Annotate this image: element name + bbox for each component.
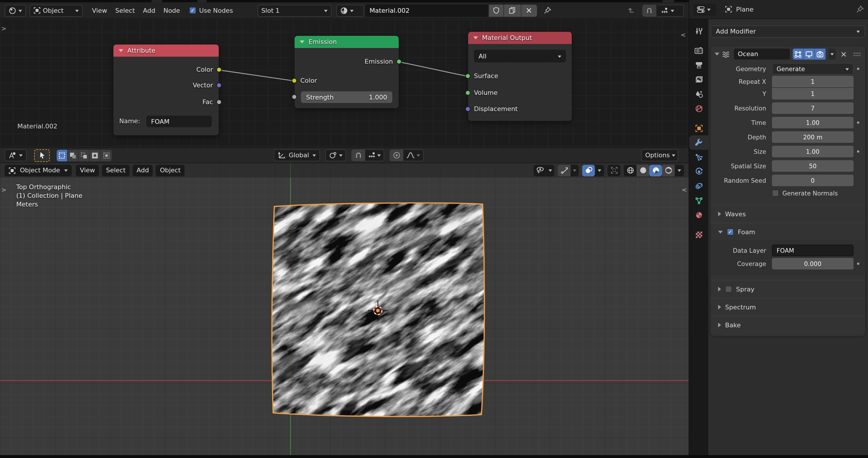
tab-object-data[interactable] — [689, 193, 708, 207]
animate-dot[interactable] — [857, 150, 859, 153]
data-layer-field[interactable]: FOAM — [772, 244, 854, 256]
animate-dot[interactable] — [857, 263, 859, 265]
unlink-material-button[interactable] — [521, 4, 537, 17]
size-field[interactable]: 1.00 — [772, 146, 854, 157]
xray-toggle[interactable] — [608, 165, 620, 176]
snap-toggle-button[interactable] — [642, 4, 656, 17]
tab-modifiers[interactable] — [689, 135, 708, 150]
tab-view-layer[interactable] — [689, 72, 708, 87]
region-collapse-right-icon[interactable]: < — [682, 186, 687, 194]
socket-volume-in[interactable] — [465, 90, 470, 95]
snap-with-dropdown[interactable] — [365, 150, 384, 161]
region-expand-left-icon[interactable]: > — [1, 186, 6, 194]
transform-orientation-dropdown[interactable]: Global — [274, 149, 320, 161]
visibility-dropdown[interactable] — [533, 165, 554, 176]
section-spectrum[interactable]: Spectrum — [711, 301, 865, 314]
ocean-modifier-header[interactable]: Ocean — [711, 46, 865, 62]
geometry-dropdown[interactable]: Generate — [772, 63, 854, 75]
shader-node-canvas[interactable]: Attribute Color Vector Fac Name: FOAM Em… — [0, 19, 689, 148]
region-collapse-right-icon[interactable]: < — [681, 31, 686, 39]
shading-material-button[interactable] — [649, 165, 662, 176]
tab-scene[interactable] — [689, 87, 708, 101]
overlays-dropdown[interactable] — [582, 165, 604, 176]
vp-menu-select[interactable]: Select — [102, 165, 130, 176]
output-target-dropdown[interactable]: All — [474, 50, 566, 62]
pin-icon[interactable] — [543, 6, 551, 14]
menu-node[interactable]: Node — [160, 5, 183, 15]
attribute-node-header[interactable]: Attribute — [114, 44, 219, 57]
collapse-icon[interactable] — [473, 36, 478, 39]
tweak-tool-button[interactable] — [34, 149, 50, 162]
socket-surface-in[interactable] — [465, 73, 470, 79]
socket-emission-out[interactable] — [396, 59, 402, 64]
spray-checkbox[interactable] — [725, 286, 732, 293]
shader-type-dropdown[interactable]: Object — [30, 4, 83, 17]
socket-color-out[interactable] — [216, 67, 222, 72]
use-nodes-toggle[interactable]: Use Nodes — [189, 7, 233, 14]
select-mode-new-button[interactable] — [57, 150, 68, 161]
material-output-node[interactable]: Material Output All Surface Volume Displ… — [468, 32, 572, 121]
strength-slider[interactable]: Strength 1.000 — [301, 91, 392, 103]
menu-select[interactable]: Select — [112, 5, 138, 15]
socket-vector-out[interactable] — [216, 83, 222, 88]
expand-icon[interactable] — [715, 53, 719, 56]
repeat-x-field[interactable]: 1 — [772, 76, 854, 87]
viewport-3d[interactable]: Object Mode View Select Add Object — [0, 163, 689, 455]
tab-constraints[interactable] — [689, 179, 708, 193]
depth-field[interactable]: 200 m — [772, 131, 854, 143]
display-realtime-toggle[interactable] — [804, 48, 815, 60]
select-mode-extend-button[interactable] — [68, 150, 79, 161]
pivot-point-dropdown[interactable] — [325, 149, 346, 161]
socket-strength-in[interactable] — [292, 94, 297, 99]
new-material-button[interactable] — [503, 4, 521, 17]
options-dropdown[interactable]: Options — [641, 149, 678, 161]
menu-add[interactable]: Add — [140, 5, 159, 15]
collapse-icon[interactable] — [300, 40, 304, 43]
properties-editor-dropdown[interactable] — [693, 3, 716, 15]
socket-color-in[interactable] — [292, 78, 297, 83]
add-modifier-dropdown[interactable]: Add Modifier — [711, 26, 865, 38]
falloff-dropdown[interactable] — [403, 150, 423, 161]
drag-handle-icon[interactable] — [853, 52, 861, 56]
snap-toggle[interactable] — [352, 150, 365, 161]
shading-solid-button[interactable] — [637, 165, 649, 176]
section-waves[interactable]: Waves — [711, 207, 865, 220]
tab-physics[interactable] — [689, 164, 708, 179]
animate-dot[interactable] — [857, 122, 859, 124]
section-spray[interactable]: Spray — [711, 283, 865, 295]
tab-material[interactable] — [689, 207, 708, 222]
socket-fac-out[interactable] — [216, 99, 222, 105]
use-nodes-checkbox[interactable] — [189, 7, 196, 14]
shading-rendered-button[interactable] — [662, 165, 675, 176]
section-foam[interactable]: Foam — [711, 226, 865, 238]
material-name-field[interactable]: Material.002 — [365, 4, 488, 17]
time-field[interactable]: 1.00 — [772, 117, 854, 128]
modifier-extras-dropdown[interactable] — [829, 48, 836, 60]
generate-normals-checkbox[interactable] — [772, 190, 779, 197]
region-expand-left-icon[interactable]: > — [1, 25, 6, 32]
select-mode-intersect-button[interactable] — [101, 150, 112, 161]
spatial-size-field[interactable]: 50 — [772, 160, 854, 172]
tab-world[interactable] — [689, 101, 708, 116]
material-slot-dropdown[interactable]: Slot 1 — [257, 4, 331, 17]
vp-menu-object[interactable]: Object — [156, 165, 185, 176]
attribute-node[interactable]: Attribute Color Vector Fac Name: FOAM — [114, 44, 219, 135]
display-editmode-toggle[interactable] — [793, 48, 804, 60]
tab-output[interactable] — [689, 58, 708, 72]
coverage-field[interactable]: 0.000 — [772, 258, 854, 269]
editor-type-dropdown[interactable] — [5, 4, 26, 17]
section-bake[interactable]: Bake — [711, 319, 865, 331]
tab-tool[interactable] — [689, 24, 708, 38]
display-render-toggle[interactable] — [815, 48, 826, 60]
animate-dot[interactable] — [857, 68, 859, 70]
snap-target-dropdown[interactable] — [657, 4, 684, 17]
select-mode-subtract-button[interactable] — [79, 150, 90, 161]
foam-checkbox[interactable] — [727, 228, 734, 235]
emission-node[interactable]: Emission Emission Color Strength 1.000 — [294, 36, 399, 108]
fake-user-button[interactable] — [488, 4, 503, 17]
pin-icon[interactable] — [856, 5, 864, 13]
collapse-icon[interactable] — [119, 49, 123, 52]
attribute-name-field[interactable]: FOAM — [146, 116, 212, 127]
material-output-node-header[interactable]: Material Output — [468, 32, 572, 44]
emission-node-header[interactable]: Emission — [294, 36, 399, 48]
